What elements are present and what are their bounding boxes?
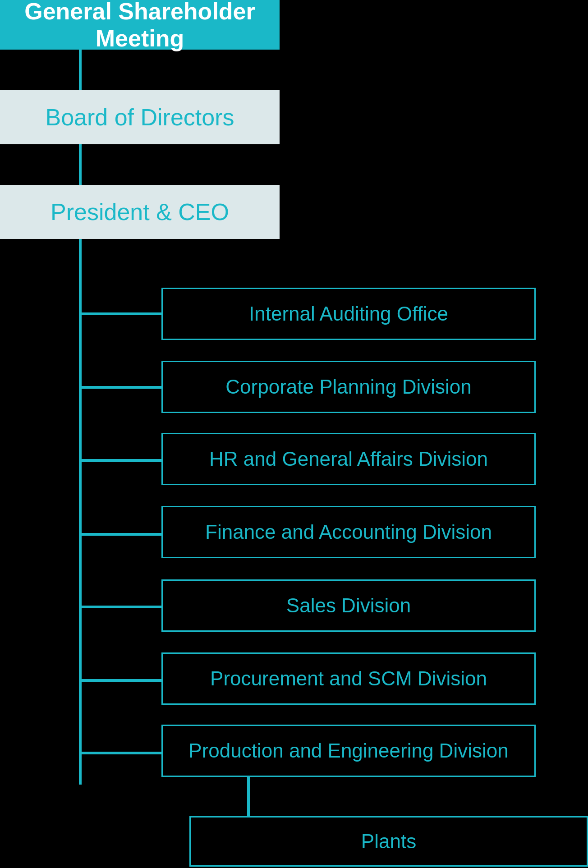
line-bod-to-ceo	[79, 144, 82, 185]
general-shareholder-meeting-label: General Shareholder Meeting	[0, 0, 280, 52]
board-of-directors-box: Board of Directors	[0, 90, 280, 144]
general-shareholder-meeting-box: General Shareholder Meeting	[0, 0, 280, 50]
hr-general-affairs-label: HR and General Affairs Division	[209, 448, 488, 470]
line-to-hr	[79, 459, 162, 462]
internal-auditing-label: Internal Auditing Office	[249, 303, 448, 325]
hr-general-affairs-box: HR and General Affairs Division	[161, 433, 536, 485]
procurement-scm-box: Procurement and SCM Division	[161, 652, 536, 705]
production-engineering-box: Production and Engineering Division	[161, 725, 536, 777]
internal-auditing-box: Internal Auditing Office	[161, 288, 536, 340]
line-to-production	[79, 752, 162, 754]
finance-accounting-label: Finance and Accounting Division	[205, 521, 492, 543]
line-to-finance	[79, 533, 162, 536]
production-engineering-label: Production and Engineering Division	[188, 739, 508, 762]
finance-accounting-box: Finance and Accounting Division	[161, 506, 536, 558]
president-ceo-box: President & CEO	[0, 185, 280, 239]
line-gsm-to-bod	[79, 50, 82, 90]
sales-division-label: Sales Division	[286, 594, 411, 617]
line-to-procurement	[79, 679, 162, 682]
main-vertical-trunk	[79, 239, 82, 785]
sales-division-box: Sales Division	[161, 579, 536, 632]
plants-label: Plants	[361, 830, 416, 853]
corporate-planning-box: Corporate Planning Division	[161, 361, 536, 413]
line-production-to-plants	[247, 777, 250, 817]
board-of-directors-label: Board of Directors	[45, 104, 234, 131]
procurement-scm-label: Procurement and SCM Division	[210, 667, 487, 690]
president-ceo-label: President & CEO	[51, 198, 229, 225]
corporate-planning-label: Corporate Planning Division	[225, 376, 471, 398]
line-to-corporate-planning	[79, 386, 162, 389]
line-to-internal-auditing	[79, 312, 162, 315]
line-to-sales	[79, 606, 162, 608]
plants-box: Plants	[189, 816, 588, 867]
